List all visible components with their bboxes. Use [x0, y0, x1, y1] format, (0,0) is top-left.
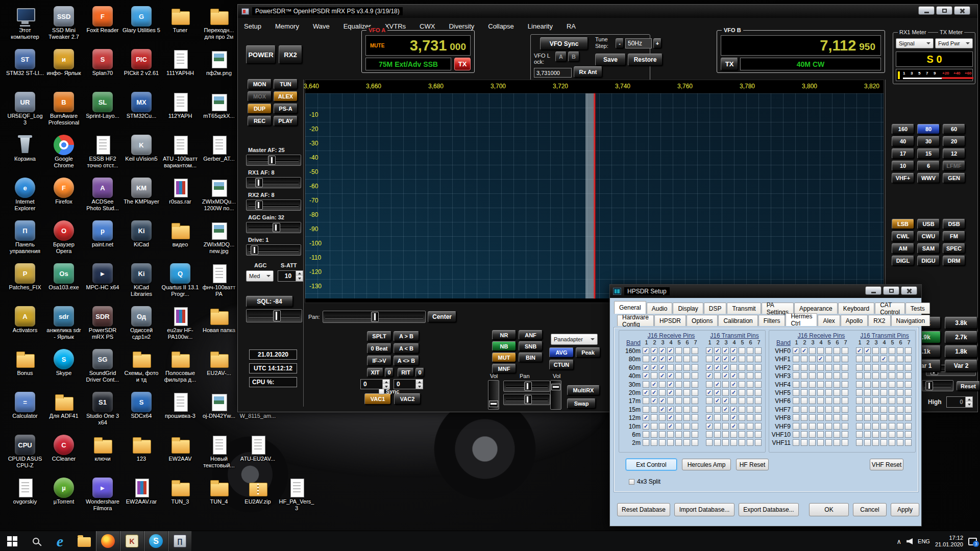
- rx-pin-checkbox[interactable]: [675, 372, 682, 379]
- tab-hardware-config[interactable]: Hardware Config: [617, 315, 654, 326]
- menu-item-collapse[interactable]: Collapse: [488, 22, 514, 30]
- reset-database-button[interactable]: Reset Database: [617, 503, 670, 516]
- tx-pin-checkbox[interactable]: [897, 439, 903, 446]
- tab-hpsdr[interactable]: HPSDR: [654, 315, 686, 326]
- tx-pin-checkbox[interactable]: [905, 347, 912, 354]
- rx-pin-checkbox[interactable]: [675, 356, 682, 362]
- rx-pin-checkbox[interactable]: [659, 439, 666, 446]
- desktop-icon[interactable]: EU2AV.zip: [239, 478, 277, 518]
- dup-button[interactable]: DUP: [248, 104, 272, 114]
- tx-pin-checkbox[interactable]: [706, 381, 713, 388]
- rx-pin-checkbox[interactable]: [809, 356, 816, 362]
- rx-pin-checkbox[interactable]: [683, 389, 690, 396]
- rx-pin-checkbox[interactable]: ✓: [667, 347, 674, 354]
- hf-reset-button[interactable]: HF Reset: [736, 459, 769, 470]
- tx-pin-checkbox[interactable]: [755, 423, 762, 430]
- maximize-button[interactable]: [936, 6, 952, 15]
- nr-button[interactable]: NR: [492, 330, 516, 340]
- rx-pin-checkbox[interactable]: [692, 356, 698, 362]
- pan2-slider[interactable]: [503, 394, 550, 405]
- tx-pin-checkbox[interactable]: [880, 381, 887, 388]
- desktop-icon[interactable]: ATU-EU2AV...: [239, 435, 277, 475]
- rx-pin-checkbox[interactable]: [809, 372, 816, 379]
- taskbar-firefox[interactable]: [96, 531, 120, 551]
- tx-pin-checkbox[interactable]: ✓: [714, 381, 721, 388]
- rx-pin-checkbox[interactable]: [643, 406, 649, 413]
- rx-pin-checkbox[interactable]: ✓: [651, 356, 657, 362]
- tx-pin-checkbox[interactable]: [897, 372, 903, 379]
- band-160-button[interactable]: 160: [892, 124, 914, 134]
- desktop-icon[interactable]: прошивка-3: [161, 392, 199, 433]
- tab-navigation[interactable]: Navigation: [891, 315, 930, 326]
- band-60-button[interactable]: 60: [943, 124, 965, 134]
- rx-pin-checkbox[interactable]: [842, 389, 848, 396]
- tx-pin-checkbox[interactable]: [897, 406, 903, 413]
- bin-button[interactable]: BIN: [519, 353, 543, 362]
- tx-pin-checkbox[interactable]: [864, 372, 871, 379]
- slider-thumb[interactable]: [255, 201, 263, 210]
- search-button[interactable]: [24, 531, 48, 551]
- tx-pin-checkbox[interactable]: [872, 347, 879, 354]
- tx-pin-checkbox[interactable]: ✓: [706, 364, 713, 371]
- restore-button[interactable]: Restore: [628, 54, 663, 66]
- tab-calibration[interactable]: Calibration: [718, 315, 757, 326]
- tx-pin-checkbox[interactable]: [755, 347, 762, 354]
- tx-pin-checkbox[interactable]: [880, 389, 887, 396]
- tx-pin-checkbox[interactable]: [864, 431, 871, 438]
- rx-pin-checkbox[interactable]: [643, 439, 649, 446]
- desktop-icon[interactable]: Новая папка: [200, 306, 238, 347]
- tx-pin-checkbox[interactable]: [864, 397, 871, 404]
- save-button[interactable]: Save: [595, 54, 626, 66]
- desktop-icon[interactable]: ZWIxMDQu... 1200W по...: [200, 178, 238, 218]
- rx-pin-checkbox[interactable]: [834, 431, 840, 438]
- rx-pin-checkbox[interactable]: [643, 431, 649, 438]
- filter-var2-button[interactable]: Var 2: [945, 360, 977, 372]
- desktop-icon[interactable]: SSplan70: [84, 49, 121, 90]
- rx-pin-checkbox[interactable]: [643, 381, 649, 388]
- tx-pin-checkbox[interactable]: [706, 439, 713, 446]
- desktop-icon[interactable]: Новый текстовый...: [200, 435, 238, 475]
- tab-appearance[interactable]: Appearance: [794, 303, 838, 314]
- frequency-entry[interactable]: 3,731000: [534, 68, 572, 78]
- band-40-button[interactable]: 40: [892, 136, 914, 146]
- split-button[interactable]: SPLT: [367, 331, 391, 341]
- tx-pin-checkbox[interactable]: [872, 372, 879, 379]
- swap-button[interactable]: Swap: [567, 398, 596, 409]
- tx-pin-checkbox[interactable]: [739, 347, 745, 354]
- rx-pin-checkbox[interactable]: [659, 389, 666, 396]
- rx-pin-checkbox[interactable]: [801, 423, 807, 430]
- rx-pin-checkbox[interactable]: [842, 372, 848, 379]
- start-button[interactable]: [0, 531, 24, 551]
- tx-pin-checkbox[interactable]: [864, 356, 871, 362]
- language-indicator[interactable]: ENG: [918, 538, 930, 544]
- rx-pin-checkbox[interactable]: [817, 364, 824, 371]
- mode-cwu-button[interactable]: CWU: [917, 231, 940, 241]
- rx-pin-checkbox[interactable]: [692, 389, 698, 396]
- desktop-icon[interactable]: пф2м.png: [200, 49, 238, 90]
- desktop-icon[interactable]: Схемы, фото и тд: [122, 349, 160, 390]
- rx-pin-checkbox[interactable]: [834, 372, 840, 379]
- rx-pin-checkbox[interactable]: [825, 423, 832, 430]
- rec-button[interactable]: REC: [248, 116, 272, 126]
- rx-pin-checkbox[interactable]: [834, 414, 840, 421]
- xit-value[interactable]: 0: [385, 368, 394, 377]
- desktop-icon[interactable]: PICPICkit 2 v2.61: [122, 49, 160, 90]
- tx-pin-checkbox[interactable]: [872, 389, 879, 396]
- filter-passband[interactable]: [585, 93, 594, 298]
- center-button[interactable]: Center: [428, 311, 456, 322]
- tx-pin-checkbox[interactable]: [856, 356, 863, 362]
- tab-dsp[interactable]: DSP: [704, 303, 727, 314]
- a-swap-b-button[interactable]: A <> B: [394, 356, 419, 366]
- mnf-button[interactable]: MNF: [492, 364, 516, 373]
- tx-pin-checkbox[interactable]: [739, 431, 745, 438]
- tx-pin-checkbox[interactable]: [739, 406, 745, 413]
- rx-pin-checkbox[interactable]: [793, 389, 799, 396]
- rx-pin-checkbox[interactable]: [809, 414, 816, 421]
- rx-pin-checkbox[interactable]: [817, 347, 824, 354]
- rx-pin-checkbox[interactable]: ✓: [651, 389, 657, 396]
- desktop-icon[interactable]: OsOsa103.exe: [45, 263, 83, 304]
- desktop-icon[interactable]: AActivators: [6, 306, 44, 347]
- rx-pin-checkbox[interactable]: [667, 439, 674, 446]
- power-button[interactable]: POWER: [246, 45, 276, 64]
- rx-pin-checkbox[interactable]: ✓: [651, 381, 657, 388]
